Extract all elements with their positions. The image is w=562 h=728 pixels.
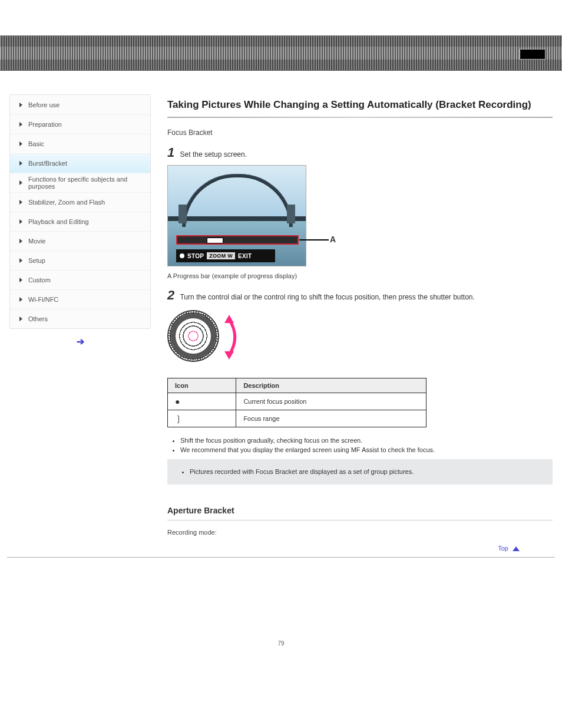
focus-range-icon: ❳ bbox=[168, 410, 236, 427]
sidebar-item-others[interactable]: Others bbox=[10, 309, 150, 328]
photo-placeholder: STOP ZOOM W EXIT bbox=[167, 165, 306, 266]
top-banner-stripe bbox=[0, 47, 562, 60]
back-to-top-link[interactable]: Top bbox=[498, 545, 520, 552]
sidebar-item-label: Basic bbox=[28, 140, 44, 147]
sidebar-item-setup[interactable]: Setup bbox=[10, 251, 150, 270]
chevron-right-icon bbox=[19, 103, 22, 107]
rotate-arrow-icon bbox=[220, 314, 238, 361]
sidebar-item-movie[interactable]: Movie bbox=[10, 231, 150, 251]
control-dial-illustration bbox=[167, 310, 244, 366]
page-title: Taking Pictures While Changing a Setting… bbox=[167, 99, 553, 111]
list-item: Shift the focus position gradually, chec… bbox=[180, 437, 553, 444]
bottom-rule bbox=[7, 557, 555, 558]
step-2-number: 2 bbox=[167, 288, 174, 302]
sidebar-item-label: Movie bbox=[28, 238, 45, 245]
callout-a-description: A Progress bar (example of progress disp… bbox=[167, 272, 553, 279]
step-2: 2 Turn the control dial or the control r… bbox=[167, 288, 553, 303]
chevron-right-icon bbox=[19, 317, 22, 321]
chevron-right-icon bbox=[19, 239, 22, 243]
sidebar-item-label: Before use bbox=[28, 101, 59, 108]
svg-marker-1 bbox=[224, 351, 234, 360]
icon-meaning-table: Icon Description ● Current focus positio… bbox=[167, 378, 427, 427]
page-badge bbox=[520, 49, 546, 60]
table-cell-mean: Focus range bbox=[236, 410, 427, 427]
chevron-right-icon bbox=[19, 200, 22, 205]
pylon-right-icon bbox=[287, 205, 295, 223]
chevron-right-icon bbox=[19, 219, 22, 224]
table-cell-mean: Current focus position bbox=[236, 393, 427, 410]
sidebar-item-custom[interactable]: Custom bbox=[10, 270, 150, 289]
osd-zoom-label: ZOOM W bbox=[207, 252, 235, 259]
control-dial-icon bbox=[167, 310, 219, 362]
pylon-left-icon bbox=[178, 205, 187, 223]
callout-a-label: A bbox=[330, 235, 336, 244]
chevron-right-icon bbox=[19, 161, 22, 166]
list-item: We recommend that you display the enlarg… bbox=[180, 446, 553, 453]
record-dot-icon bbox=[180, 253, 184, 258]
sidebar-item-label: Wi-Fi/NFC bbox=[28, 296, 58, 303]
chevron-right-icon bbox=[19, 141, 22, 146]
dial-ticks bbox=[168, 311, 218, 361]
sidebar-item-wifi-nfc[interactable]: Wi-Fi/NFC bbox=[10, 289, 150, 309]
arrow-right-icon: ➔ bbox=[77, 336, 84, 347]
sidebar-item-stabilizer[interactable]: Stabilizer, Zoom and Flash bbox=[10, 192, 150, 212]
title-separator bbox=[167, 117, 553, 118]
top-banner bbox=[0, 35, 562, 71]
table-row: ● Current focus position bbox=[168, 393, 427, 410]
sidebar-item-functions[interactable]: Functions for specific subjects and purp… bbox=[10, 173, 150, 192]
chevron-right-icon bbox=[19, 258, 22, 263]
chevron-right-icon bbox=[19, 297, 22, 302]
sidebar-item-label: Functions for specific subjects and purp… bbox=[28, 176, 150, 190]
sidebar-item-label: Setup bbox=[28, 257, 45, 264]
sidebar-item-label: Preparation bbox=[28, 121, 62, 128]
sidebar-item-label: Burst/Bracket bbox=[28, 160, 67, 167]
osd-progress-marker bbox=[207, 238, 223, 243]
sidebar-item-playback[interactable]: Playback and Editing bbox=[10, 212, 150, 231]
step-1-text: Set the setup screen. bbox=[180, 150, 247, 159]
table-row: ❳ Focus range bbox=[168, 410, 427, 427]
sidebar-item-label: Custom bbox=[28, 276, 51, 284]
sidebar-item-label: Others bbox=[28, 315, 48, 322]
subsection-title: Focus Bracket bbox=[167, 129, 553, 137]
sidebar-item-burst-bracket[interactable]: Burst/Bracket bbox=[10, 153, 150, 173]
sidebar-item-label: Playback and Editing bbox=[28, 218, 89, 225]
tips-list: Shift the focus position gradually, chec… bbox=[180, 437, 553, 453]
step-1: 1 Set the setup screen. bbox=[167, 145, 553, 160]
bridge-deck-icon bbox=[168, 216, 306, 221]
chevron-right-icon bbox=[19, 278, 22, 282]
chevron-right-icon bbox=[19, 180, 22, 185]
table-header-mean: Description bbox=[236, 378, 427, 393]
sidebar: Before use Preparation Basic Burst/Brack… bbox=[9, 94, 151, 329]
sidebar-item-basic[interactable]: Basic bbox=[10, 134, 150, 153]
sidebar-item-before-use[interactable]: Before use bbox=[10, 95, 150, 114]
subheading-separator bbox=[167, 520, 553, 521]
chevron-right-icon bbox=[19, 122, 22, 127]
leader-line bbox=[299, 239, 329, 241]
sidebar-item-preparation[interactable]: Preparation bbox=[10, 114, 150, 134]
aperture-bracket-heading: Aperture Bracket bbox=[167, 506, 553, 515]
page-number: 79 bbox=[0, 640, 562, 647]
osd-illustration: STOP ZOOM W EXIT A bbox=[167, 165, 344, 266]
focus-dot-icon: ● bbox=[168, 393, 236, 410]
note-item: Pictures recorded with Focus Bracket are… bbox=[190, 467, 541, 476]
recording-mode-label: Recording mode: bbox=[167, 529, 553, 536]
step-2-text: Turn the control dial or the control rin… bbox=[180, 293, 475, 301]
osd-control-bar: STOP ZOOM W EXIT bbox=[176, 249, 275, 262]
sidebar-item-label: Stabilizer, Zoom and Flash bbox=[28, 199, 105, 206]
table-header-icon: Icon bbox=[168, 378, 236, 393]
top-link-label: Top bbox=[498, 545, 508, 552]
osd-progress-bar bbox=[176, 235, 299, 245]
osd-exit-label: EXIT bbox=[238, 253, 252, 259]
triangle-up-icon bbox=[513, 546, 520, 551]
step-1-number: 1 bbox=[167, 145, 174, 160]
sidebar-next-arrow[interactable]: ➔ bbox=[9, 336, 151, 347]
osd-stop-label: STOP bbox=[187, 253, 204, 259]
svg-marker-0 bbox=[224, 315, 234, 323]
note-box: Pictures recorded with Focus Bracket are… bbox=[167, 459, 553, 485]
